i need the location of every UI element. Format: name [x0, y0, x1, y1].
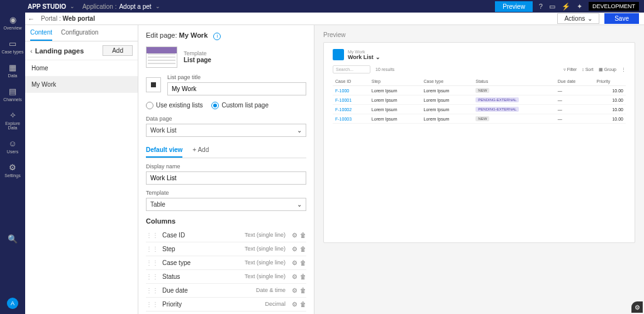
- rail-casetypes[interactable]: ▭Case types: [0, 39, 25, 54]
- rail-settings[interactable]: ⚙Settings: [0, 163, 25, 178]
- preview-th[interactable]: Case ID: [333, 77, 369, 86]
- tab-configuration[interactable]: Configuration: [61, 25, 98, 41]
- drag-icon[interactable]: ⋮⋮: [146, 232, 158, 239]
- column-type: Decimal: [265, 301, 286, 307]
- panel-tabs: Content Configuration: [25, 25, 138, 41]
- column-delete-icon[interactable]: 🗑: [300, 273, 306, 280]
- rail-users[interactable]: ☺Users: [0, 139, 25, 154]
- explore-icon: ✧: [0, 111, 25, 120]
- back-icon[interactable]: ←: [28, 15, 35, 23]
- drag-icon[interactable]: ⋮⋮: [146, 259, 158, 266]
- preview-filter[interactable]: ▿ Filter: [564, 67, 577, 72]
- radio-use-existing[interactable]: [146, 102, 153, 109]
- datapage-select[interactable]: Work List⌄: [146, 124, 306, 137]
- rail-channels[interactable]: ▤Channels: [0, 87, 25, 102]
- chevron-down-icon: ⌄: [375, 54, 380, 60]
- monitor-icon[interactable]: ▭: [549, 3, 555, 11]
- column-name: Priority: [162, 301, 265, 308]
- landing-pages-panel: Content Configuration ‹ Landing pages Ad…: [25, 25, 138, 314]
- drag-icon[interactable]: ⋮⋮: [146, 301, 158, 308]
- template-thumbnail[interactable]: [146, 46, 177, 68]
- preview-search-input[interactable]: Search...: [333, 65, 370, 73]
- edit-heading-prefix: Edit page:: [146, 31, 177, 39]
- preview-row[interactable]: F-10002Lorem IpsumLorem IpsumPENDING-EXT…: [333, 105, 626, 114]
- preview-title[interactable]: Work List⌄: [348, 54, 380, 60]
- preview-th[interactable]: Due date: [555, 77, 594, 86]
- app-chevron-icon[interactable]: ⌄: [155, 3, 160, 9]
- avatar[interactable]: A: [7, 298, 18, 309]
- preview-row[interactable]: F-10001Lorem IpsumLorem IpsumPENDING-EXT…: [333, 95, 626, 105]
- info-icon[interactable]: i: [213, 33, 221, 40]
- column-delete-icon[interactable]: 🗑: [300, 259, 306, 266]
- column-delete-icon[interactable]: 🗑: [300, 246, 306, 252]
- column-settings-icon[interactable]: ⚙: [292, 287, 297, 294]
- add-page-button[interactable]: Add: [103, 45, 133, 56]
- grid-icon: ▦: [0, 63, 25, 72]
- help-icon[interactable]: ?: [539, 3, 543, 10]
- preview-button[interactable]: Preview: [495, 1, 533, 12]
- view-template-label: Template: [146, 190, 306, 196]
- column-type: Text (single line): [245, 232, 286, 238]
- rail-overview[interactable]: ◉Overview: [0, 15, 25, 30]
- preview-row[interactable]: F-10003Lorem IpsumLorem IpsumNEW—10.00: [333, 114, 626, 124]
- column-row: ⋮⋮Due dateDate & time⚙🗑: [146, 284, 306, 298]
- column-delete-icon[interactable]: 🗑: [300, 287, 306, 294]
- column-row: ⋮⋮PriorityDecimal⚙🗑: [146, 298, 306, 311]
- radio-custom-list[interactable]: [211, 102, 219, 109]
- breadcrumb: Portal : Web portal: [41, 15, 95, 22]
- columns-title: Columns: [146, 217, 306, 225]
- appstudio-chevron-icon[interactable]: ⌄: [70, 3, 75, 9]
- rail-data[interactable]: ▦Data: [0, 63, 25, 78]
- preview-th[interactable]: Priority: [594, 77, 626, 86]
- column-settings-icon[interactable]: ⚙: [292, 273, 297, 280]
- drag-icon[interactable]: ⋮⋮: [146, 287, 158, 294]
- preview-sort[interactable]: ↕ Sort: [582, 67, 593, 72]
- panel-back-icon[interactable]: ‹: [30, 47, 33, 55]
- display-name-input[interactable]: [146, 171, 306, 185]
- chevron-down-icon: ⌄: [587, 15, 592, 22]
- preview-th[interactable]: Status: [473, 77, 555, 86]
- main: Content Configuration ‹ Landing pages Ad…: [25, 25, 644, 314]
- column-settings-icon[interactable]: ⚙: [292, 259, 297, 266]
- tab-content[interactable]: Content: [30, 25, 52, 41]
- preview-panel: Preview My Work Work List⌄ Search... 10 …: [314, 25, 644, 314]
- drag-icon[interactable]: ⋮⋮: [146, 246, 158, 252]
- plus-icon[interactable]: ✦: [577, 3, 582, 11]
- column-settings-icon[interactable]: ⚙: [292, 301, 297, 308]
- column-row: ⋮⋮StatusText (single line)⚙🗑: [146, 270, 306, 284]
- application-name[interactable]: Adopt a pet: [119, 3, 151, 10]
- actions-button[interactable]: Actions⌄: [557, 13, 599, 24]
- preview-th[interactable]: Case type: [421, 77, 474, 86]
- page-my-work[interactable]: My Work: [25, 77, 138, 93]
- column-delete-icon[interactable]: 🗑: [300, 232, 306, 239]
- panel-title: Landing pages: [35, 47, 103, 55]
- page-home[interactable]: Home: [25, 60, 138, 77]
- subbar: ← Portal : Web portal Actions⌄ Save: [0, 13, 644, 25]
- preview-group[interactable]: ▦ Group: [599, 67, 616, 72]
- edit-heading-name: My Work: [179, 31, 208, 39]
- page-icon-picker[interactable]: [146, 77, 161, 92]
- bolt-icon[interactable]: ⚡: [562, 3, 570, 11]
- column-delete-icon[interactable]: 🗑: [300, 301, 306, 308]
- preview-label: Preview: [323, 31, 635, 38]
- drag-icon[interactable]: ⋮⋮: [146, 273, 158, 280]
- view-template-select[interactable]: Table⌄: [146, 198, 306, 211]
- preview-row[interactable]: F-1000Lorem IpsumLorem IpsumNEW—10.00: [333, 86, 626, 95]
- preview-more-icon[interactable]: ⋮: [621, 67, 626, 72]
- rail-explore[interactable]: ✧Explore Data: [0, 111, 25, 130]
- column-settings-icon[interactable]: ⚙: [292, 232, 297, 239]
- column-settings-icon[interactable]: ⚙: [292, 246, 297, 252]
- gauge-icon: ◉: [0, 15, 25, 24]
- save-button[interactable]: Save: [604, 13, 639, 24]
- rail-search[interactable]: 🔍: [0, 234, 25, 245]
- tab-add-view[interactable]: + Add: [192, 143, 209, 158]
- list-title-input[interactable]: [167, 82, 306, 95]
- preview-table: Case IDStepCase typeStatusDue datePriori…: [333, 77, 626, 124]
- settings-corner-icon[interactable]: ⚙: [631, 301, 643, 313]
- tab-default-view[interactable]: Default view: [146, 143, 182, 158]
- preview-th[interactable]: Step: [369, 77, 421, 86]
- column-name: Step: [162, 246, 245, 252]
- preview-breadcrumb: My Work: [348, 50, 380, 54]
- channels-icon: ▤: [0, 87, 25, 96]
- appstudio-label[interactable]: APP STUDIO: [28, 3, 66, 10]
